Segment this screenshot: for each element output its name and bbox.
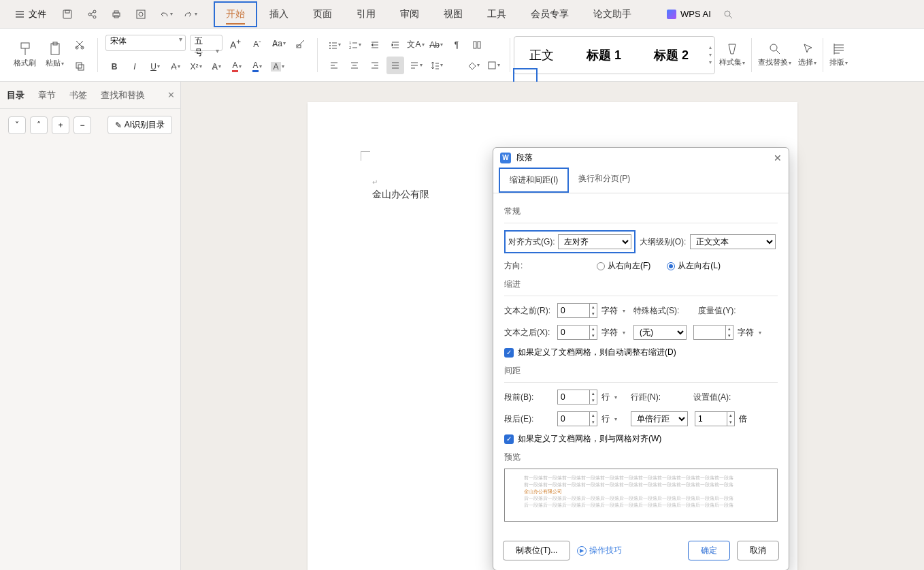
panel-tab-toc[interactable]: 目录 xyxy=(5,86,26,104)
before-text-label: 文本之前(R): xyxy=(504,305,553,317)
tab-insert[interactable]: 插入 xyxy=(257,1,301,27)
italic-icon[interactable]: I xyxy=(126,58,144,76)
line-spacing-select[interactable]: 单倍行距 xyxy=(631,411,688,426)
tab-view[interactable]: 视图 xyxy=(431,1,475,27)
cut-icon[interactable] xyxy=(71,35,88,53)
special-select[interactable]: (无) xyxy=(633,325,687,340)
wps-ai-button[interactable]: WPS AI xyxy=(667,9,711,19)
tab-home[interactable]: 开始 xyxy=(214,1,257,27)
save-icon[interactable] xyxy=(60,7,75,22)
decrease-font-icon[interactable]: A- xyxy=(248,35,266,52)
dialog-tab-indent[interactable]: 缩进和间距(I) xyxy=(499,168,569,193)
tab-tools[interactable]: 工具 xyxy=(475,1,518,27)
after-text-spinner[interactable]: ▴▾ xyxy=(557,325,597,340)
tab-member[interactable]: 会员专享 xyxy=(518,1,581,27)
set-value-spinner[interactable]: ▴▾ xyxy=(695,411,735,426)
share-icon[interactable] xyxy=(84,7,99,22)
ok-button[interactable]: 确定 xyxy=(688,541,730,560)
char-border-icon[interactable]: Ab▾ xyxy=(427,36,445,54)
line-spacing-icon[interactable]: ▾ xyxy=(427,57,445,74)
print-preview-icon[interactable] xyxy=(133,7,148,22)
panel-tab-findreplace[interactable]: 查找和替换 xyxy=(99,86,146,104)
undo-icon[interactable]: ▾ xyxy=(158,7,173,22)
decrease-indent-icon[interactable] xyxy=(366,36,384,54)
bullet-list-icon[interactable]: ▾ xyxy=(325,36,343,54)
tips-link[interactable]: ▶操作技巧 xyxy=(577,545,622,556)
columns-icon[interactable] xyxy=(468,36,486,54)
after-para-spinner[interactable]: ▴▾ xyxy=(557,411,597,426)
tab-review[interactable]: 审阅 xyxy=(388,1,431,27)
clear-format-icon[interactable] xyxy=(292,35,310,52)
collapse-icon[interactable]: ˅ xyxy=(8,116,26,134)
phonetic-icon[interactable]: 文A▾ xyxy=(407,36,425,54)
ai-icon xyxy=(667,10,676,19)
alignment-select[interactable]: 左对齐 xyxy=(558,234,631,249)
outline-select[interactable]: 正文文本 xyxy=(690,234,776,249)
align-center-icon[interactable] xyxy=(346,57,363,74)
select-button[interactable]: 选择▾ xyxy=(795,41,819,69)
style-gallery[interactable]: 正文 标题 1 标题 2 ▴▾▾ xyxy=(514,36,715,74)
superscript-icon[interactable]: X²▾ xyxy=(187,58,205,76)
style-h2[interactable]: 标题 2 xyxy=(642,43,701,67)
shading-icon[interactable]: A▾ xyxy=(269,58,286,76)
copy-icon[interactable] xyxy=(71,57,88,75)
increase-indent-icon[interactable] xyxy=(386,36,404,54)
before-para-spinner[interactable]: ▴▾ xyxy=(557,390,597,405)
align-left-icon[interactable] xyxy=(325,57,343,74)
bold-icon[interactable]: B xyxy=(105,58,123,76)
panel-close-icon[interactable]: ✕ xyxy=(167,90,175,100)
style-gallery-scroll[interactable]: ▴▾▾ xyxy=(709,44,712,65)
panel-tab-chapters[interactable]: 章节 xyxy=(37,86,57,104)
ai-toc-button[interactable]: ✎ AI识别目录 xyxy=(108,116,172,134)
file-menu[interactable]: 文件 xyxy=(10,5,52,23)
radio-rtl[interactable]: 从右向左(F) xyxy=(597,260,650,272)
align-right-icon[interactable] xyxy=(366,57,384,74)
style-h1[interactable]: 标题 1 xyxy=(574,43,633,67)
font-size-select[interactable]: 五号 xyxy=(190,35,222,51)
svg-rect-17 xyxy=(78,65,84,70)
borders-icon[interactable]: ▾ xyxy=(484,57,502,74)
increase-font-icon[interactable]: A+ xyxy=(227,35,244,52)
svg-rect-0 xyxy=(63,10,71,18)
remove-icon[interactable]: − xyxy=(73,116,91,134)
expand-icon[interactable]: ˄ xyxy=(30,116,48,134)
radio-ltr[interactable]: 从左向右(L) xyxy=(667,260,721,272)
tab-thesis[interactable]: 论文助手 xyxy=(581,1,644,27)
font-name-select[interactable]: 宋体 xyxy=(105,35,186,51)
text-effects-icon[interactable]: A▾ xyxy=(208,58,225,76)
search-icon[interactable] xyxy=(721,7,736,22)
dialog-tab-pagebreak[interactable]: 换行和分页(P) xyxy=(569,168,640,193)
tab-references[interactable]: 引用 xyxy=(344,1,388,27)
tabs-button[interactable]: 制表位(T)... xyxy=(503,541,570,560)
number-list-icon[interactable]: 12▾ xyxy=(346,36,363,54)
layout-button[interactable]: 排版▾ xyxy=(827,41,851,69)
panel-tab-bookmarks[interactable]: 书签 xyxy=(68,86,88,104)
underline-icon[interactable]: U▾ xyxy=(146,58,164,76)
distribute-icon[interactable]: ▾ xyxy=(407,57,425,74)
show-marks-icon[interactable]: ¶ xyxy=(448,36,465,54)
close-icon[interactable]: ✕ xyxy=(774,153,782,163)
change-case-icon[interactable]: A̷a▾ xyxy=(270,35,288,52)
style-body[interactable]: 正文 xyxy=(517,43,566,67)
print-icon[interactable] xyxy=(109,7,124,22)
svg-rect-11 xyxy=(21,43,29,48)
measure-spinner[interactable]: ▴▾ xyxy=(693,325,733,340)
highlight-color-icon[interactable]: A▾ xyxy=(228,58,246,76)
cancel-button[interactable]: 取消 xyxy=(737,541,779,560)
redo-icon[interactable]: ▾ xyxy=(182,7,197,22)
strikethrough-icon[interactable]: A▾ xyxy=(167,58,184,76)
format-painter-button[interactable]: 格式刷 xyxy=(11,40,39,69)
font-color-icon[interactable]: A▾ xyxy=(248,58,266,76)
add-icon[interactable]: + xyxy=(52,116,69,134)
auto-indent-checkbox[interactable]: ✓如果定义了文档网格，则自动调整右缩进(D) xyxy=(504,347,676,358)
style-set-button[interactable]: 样式集▾ xyxy=(716,41,748,69)
top-menu-bar: 文件 ▾ ▾ 开始 插入 页面 引用 审阅 视图 工具 会员专享 论文助手 WP… xyxy=(0,0,924,29)
svg-rect-24 xyxy=(474,42,476,48)
paste-button[interactable]: 粘贴▾ xyxy=(43,40,67,69)
align-justify-icon[interactable] xyxy=(386,57,404,74)
shading-bg-icon[interactable]: ▾ xyxy=(464,57,482,74)
before-text-spinner[interactable]: ▴▾ xyxy=(557,303,597,318)
tab-page[interactable]: 页面 xyxy=(301,1,344,27)
find-replace-button[interactable]: 查找替换▾ xyxy=(755,41,794,69)
snap-grid-checkbox[interactable]: ✓如果定义了文档网格，则与网格对齐(W) xyxy=(504,433,661,445)
